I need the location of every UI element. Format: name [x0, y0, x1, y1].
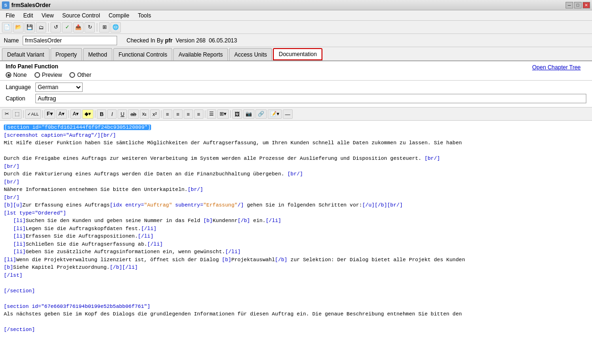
- radio-other[interactable]: Other: [69, 72, 91, 78]
- app-icon: S: [2, 1, 9, 9]
- toolbar: 📄 📂 💾 🗂 ↺ ✓ 📤 ↻ ⊞ 🌐: [0, 21, 592, 34]
- menu-bar: File Edit View Source Control Compile To…: [0, 10, 592, 21]
- editor-line-2: [screenshot caption="Auftrag"/][br/]: [4, 132, 588, 140]
- language-row: Language German: [6, 83, 586, 92]
- ed-align-left[interactable]: ≡: [163, 109, 172, 119]
- ed-align-right[interactable]: ≡: [184, 109, 193, 119]
- title-bar-left: S frmSalesOrder: [2, 1, 51, 9]
- info-panel-section: Info Panel Function Open Chapter Tree No…: [0, 61, 592, 81]
- editor-toolbar: ✂ ⬚ ✓ALL F▾ A▾ A▾ ◆▾ B I U ab x₂ x² ≡ ≡ …: [0, 108, 592, 121]
- ed-table[interactable]: ⊞▾: [217, 109, 229, 119]
- editor-line-18: [li]Wenn die Projektverwaltung lizenzier…: [4, 256, 588, 264]
- ed-subscript[interactable]: x₂: [140, 109, 149, 119]
- ed-underline[interactable]: U: [118, 109, 127, 119]
- tab-functional-controls[interactable]: Functional Controls: [113, 48, 172, 60]
- ed-align-justify[interactable]: ≡: [194, 109, 203, 119]
- tab-access-units[interactable]: Access Units: [229, 48, 272, 60]
- ed-font[interactable]: F▾: [44, 109, 55, 119]
- ed-font-size[interactable]: A▾: [56, 109, 67, 119]
- tab-method[interactable]: Method: [83, 48, 112, 60]
- ed-superscript[interactable]: x²: [150, 109, 160, 119]
- editor-line-8: [br/]: [4, 178, 588, 186]
- ed-sep5: [161, 110, 161, 118]
- radio-none-label: None: [13, 72, 27, 78]
- ed-check-all[interactable]: ✓ALL: [25, 109, 41, 119]
- ed-sep2: [42, 110, 43, 118]
- tab-documentation[interactable]: Documentation: [273, 48, 322, 60]
- editor-line-5: Durch die Freigabe eines Auftrags zur we…: [4, 155, 588, 163]
- editor-line-13: [li]Suchen Sie den Kunden und geben sein…: [4, 217, 588, 225]
- menu-edit[interactable]: Edit: [19, 11, 37, 20]
- editor-line-12: [lst type="Ordered"]: [4, 209, 588, 217]
- check-btn[interactable]: ✓: [62, 22, 72, 33]
- title-text: frmSalesOrder: [11, 2, 51, 8]
- ed-code[interactable]: 📝▾: [268, 109, 282, 119]
- open-btn[interactable]: 📂: [13, 22, 24, 33]
- caption-input[interactable]: [35, 94, 586, 103]
- sep2: [97, 23, 97, 32]
- editor-line-4: [4, 147, 588, 155]
- editor-line-17: [li]Geben Sie zusätzliche Auftragsinform…: [4, 248, 588, 256]
- language-select[interactable]: German: [35, 83, 83, 92]
- menu-file[interactable]: File: [2, 11, 18, 20]
- ed-scissors[interactable]: ✂: [2, 109, 11, 119]
- editor-line-10: [br/]: [4, 194, 588, 202]
- ed-align-center[interactable]: ≡: [173, 109, 183, 119]
- editor-line-22: [/section]: [4, 287, 588, 295]
- radio-preview-label: Preview: [42, 72, 62, 78]
- name-input[interactable]: [23, 36, 117, 45]
- grid-btn[interactable]: ⊞: [99, 22, 110, 33]
- ed-font-color[interactable]: A▾: [70, 109, 81, 119]
- ed-dash[interactable]: —: [283, 109, 293, 119]
- ed-copy[interactable]: ⬚: [12, 109, 22, 119]
- check-out-btn[interactable]: 📤: [73, 22, 84, 33]
- ed-strikethrough[interactable]: ab: [128, 109, 138, 119]
- ed-sep1: [23, 110, 24, 118]
- undo-btn[interactable]: ↺: [51, 22, 61, 33]
- editor-line-20: [/lst]: [4, 272, 588, 280]
- menu-source-control[interactable]: Source Control: [59, 11, 104, 20]
- redo-btn[interactable]: ↻: [85, 22, 95, 33]
- name-label: Name: [4, 37, 19, 44]
- ed-list-ul[interactable]: ☰: [207, 109, 216, 119]
- save-btn[interactable]: 💾: [25, 22, 35, 33]
- minimize-button[interactable]: ─: [566, 2, 573, 8]
- editor-line-25: Als nächstes geben Sie im Kopf des Dialo…: [4, 310, 588, 318]
- title-bar-controls: ─ □ ✕: [566, 2, 590, 8]
- radio-preview-circle: [34, 72, 40, 78]
- lang-caption-section: Language German Caption: [0, 81, 592, 108]
- ed-highlight-color[interactable]: ◆▾: [82, 109, 93, 119]
- language-label: Language: [6, 84, 32, 91]
- ed-image[interactable]: 🖼: [232, 109, 242, 119]
- close-button[interactable]: ✕: [583, 2, 590, 8]
- editor-line-3: Mit Hilfe dieser Funktion haben Sie sämt…: [4, 139, 588, 147]
- editor-area[interactable]: [section id="f0bcfd1621444f6f9f24bc93051…: [0, 121, 592, 364]
- radio-other-label: Other: [77, 72, 91, 78]
- name-bar: Name Checked In By pfr Version 268 06.05…: [0, 34, 592, 47]
- ed-sep7: [230, 110, 231, 118]
- radio-preview[interactable]: Preview: [34, 72, 62, 78]
- save-all-btn[interactable]: 🗂: [36, 22, 46, 33]
- menu-compile[interactable]: Compile: [105, 11, 133, 20]
- caption-row: Caption: [6, 94, 586, 103]
- globe-btn[interactable]: 🌐: [110, 22, 121, 33]
- title-bar: S frmSalesOrder ─ □ ✕: [0, 0, 592, 10]
- open-chapter-link[interactable]: Open Chapter Tree: [532, 64, 581, 71]
- ed-sep6: [205, 110, 205, 118]
- ed-italic[interactable]: I: [107, 109, 117, 119]
- radio-none-circle: [6, 72, 11, 78]
- ed-link[interactable]: 🔗: [255, 109, 267, 119]
- tab-available-reports[interactable]: Available Reports: [173, 48, 228, 60]
- tab-default-variant[interactable]: Default Variant: [2, 48, 50, 60]
- menu-tools[interactable]: Tools: [134, 11, 155, 20]
- radio-none[interactable]: None: [6, 72, 27, 78]
- tab-property[interactable]: Property: [51, 48, 82, 60]
- new-btn[interactable]: 📄: [2, 22, 12, 33]
- editor-line-15: [li]Erfassen Sie die Auftragspositionen.…: [4, 232, 588, 240]
- ed-media[interactable]: 📷: [243, 109, 254, 119]
- maximize-button[interactable]: □: [574, 2, 582, 8]
- ed-bold[interactable]: B: [97, 109, 106, 119]
- menu-view[interactable]: View: [38, 11, 58, 20]
- editor-line-9: Nähere Informationen entnehmen Sie bitte…: [4, 186, 588, 194]
- info-panel-title: Info Panel Function: [6, 63, 58, 70]
